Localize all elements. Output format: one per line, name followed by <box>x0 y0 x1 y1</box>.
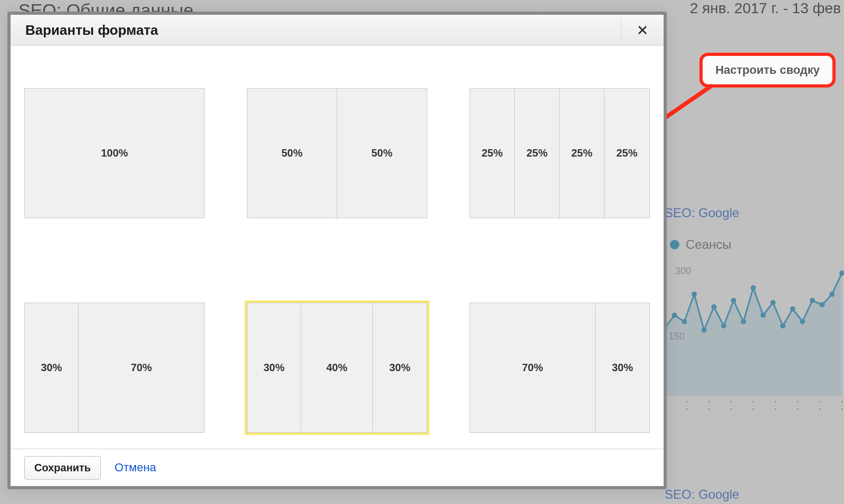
dialog-body: 100%50%50%25%25%25%25%30%70%30%40%30%70%… <box>11 46 664 449</box>
chart-ytick: 150 <box>669 331 685 342</box>
svg-point-32 <box>731 409 732 410</box>
layout-column: 50% <box>247 89 337 218</box>
sessions-chart: 300 150 <box>659 264 844 416</box>
svg-point-33 <box>753 409 754 410</box>
layout-column: 100% <box>25 89 204 218</box>
layout-100-option[interactable]: 100% <box>24 88 205 218</box>
svg-point-26 <box>797 401 799 403</box>
svg-point-16 <box>820 302 825 307</box>
svg-point-9 <box>751 285 756 290</box>
layout-30-40-30-option[interactable]: 30%40%30% <box>247 303 427 433</box>
widget-title-b: SEO: Google <box>665 487 739 502</box>
customize-dashboard-button[interactable]: Настроить сводку <box>699 53 836 88</box>
svg-point-8 <box>741 319 746 324</box>
svg-point-21 <box>686 401 688 403</box>
svg-point-17 <box>829 292 835 297</box>
svg-point-18 <box>839 270 844 276</box>
svg-point-15 <box>810 298 815 303</box>
svg-point-25 <box>775 401 776 403</box>
chart-ytick: 300 <box>675 266 691 277</box>
layout-column: 40% <box>301 303 373 432</box>
cancel-link[interactable]: Отмена <box>114 461 156 474</box>
svg-point-36 <box>819 409 821 410</box>
svg-point-7 <box>731 298 736 303</box>
svg-point-6 <box>721 323 726 328</box>
layout-column: 70% <box>470 303 596 432</box>
close-icon[interactable] <box>621 20 653 41</box>
svg-point-2 <box>682 319 687 324</box>
layout-column: 25% <box>470 89 515 218</box>
layout-column: 25% <box>605 89 649 218</box>
svg-point-28 <box>841 401 843 403</box>
svg-point-24 <box>753 401 754 403</box>
layout-50-50-option[interactable]: 50%50% <box>247 88 427 218</box>
svg-point-35 <box>797 409 799 410</box>
svg-point-1 <box>672 313 677 318</box>
legend-swatch-icon <box>670 240 679 249</box>
svg-point-14 <box>800 319 805 324</box>
svg-point-13 <box>790 306 795 312</box>
svg-point-5 <box>711 304 716 309</box>
svg-point-34 <box>775 409 776 410</box>
widget-title-a: SEO: Google <box>665 206 739 220</box>
chart-legend: Сеансы <box>670 237 732 252</box>
dialog-title: Варианты формата <box>25 22 158 38</box>
dialog-footer: Сохранить Отмена <box>11 449 664 486</box>
svg-point-22 <box>708 401 710 403</box>
layout-options-dialog: Варианты формата 100%50%50%25%25%25%25%3… <box>7 12 667 489</box>
save-button[interactable]: Сохранить <box>24 456 101 480</box>
date-range: 2 янв. 2017 г. - 13 фев <box>690 0 841 17</box>
svg-point-10 <box>761 313 766 318</box>
layout-70-30-option[interactable]: 70%30% <box>469 303 650 433</box>
svg-point-11 <box>770 300 775 305</box>
legend-label: Сеансы <box>686 237 732 252</box>
layout-column: 30% <box>373 303 427 432</box>
svg-point-23 <box>731 401 732 403</box>
layout-column: 70% <box>79 303 204 432</box>
svg-point-30 <box>686 409 688 410</box>
svg-point-3 <box>692 292 697 297</box>
layout-column: 50% <box>337 89 427 218</box>
layout-column: 30% <box>247 303 301 432</box>
svg-point-27 <box>819 401 821 403</box>
svg-point-31 <box>708 409 710 410</box>
x-icon <box>637 25 648 35</box>
svg-point-4 <box>702 327 707 333</box>
layout-column: 30% <box>596 303 649 432</box>
layout-25-25-25-25-option[interactable]: 25%25%25%25% <box>469 88 650 218</box>
layout-column: 25% <box>515 89 560 218</box>
layout-column: 30% <box>25 303 79 432</box>
layout-column: 25% <box>560 89 605 218</box>
layout-options-grid: 100%50%50%25%25%25%25%30%70%30%40%30%70%… <box>24 88 650 433</box>
svg-point-12 <box>780 323 785 328</box>
layout-30-70-option[interactable]: 30%70% <box>24 303 205 433</box>
svg-point-37 <box>841 409 843 410</box>
chart-canvas <box>659 264 844 416</box>
dialog-header: Варианты формата <box>11 15 664 46</box>
